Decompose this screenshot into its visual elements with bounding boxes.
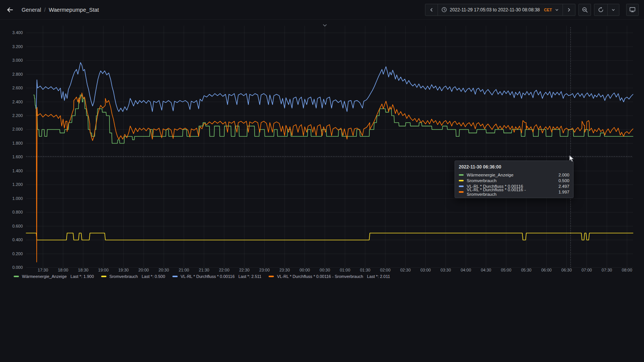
y-axis-tick-label: 0.200 bbox=[12, 251, 23, 256]
arrow-left-icon bbox=[6, 6, 14, 14]
kiosk-mode-button[interactable] bbox=[626, 4, 639, 16]
y-axis-tick-label: 1.400 bbox=[12, 169, 23, 173]
legend-last-value: Last *: 1.900 bbox=[70, 274, 94, 279]
monitor-icon bbox=[629, 6, 636, 13]
breadcrumb: General / Waermepumpe_Stat bbox=[22, 7, 99, 13]
x-axis-tick-label: 04:30 bbox=[481, 268, 491, 272]
chart-hover-tooltip: 2022-11-30 06:36:00 Wärmeenergie_Anzeige… bbox=[455, 161, 574, 198]
tooltip-series-value: 2.000 bbox=[558, 173, 569, 177]
x-axis-tick-label: 05:30 bbox=[521, 268, 531, 272]
y-axis-tick-label: 0.800 bbox=[12, 210, 23, 214]
time-shift-forward-button[interactable] bbox=[563, 4, 575, 16]
tooltip-series-value: 0.500 bbox=[558, 178, 569, 183]
zoom-out-icon bbox=[582, 7, 588, 13]
series-color-swatch bbox=[172, 276, 178, 277]
y-axis-tick-label: 2.200 bbox=[12, 113, 23, 118]
y-axis-tick-label: 3.000 bbox=[12, 58, 23, 62]
panel-menu-chevron-down-icon[interactable] bbox=[322, 22, 327, 29]
zoom-out-time-button[interactable] bbox=[578, 4, 591, 16]
legend-series-label[interactable]: Wärmeenergie_Anzeige bbox=[22, 274, 67, 279]
tooltip-series-label: Wärmeenergie_Anzeige bbox=[467, 173, 555, 177]
x-axis-tick-label: 18:00 bbox=[58, 268, 69, 272]
x-axis-tick-label: 19:30 bbox=[118, 268, 129, 272]
x-axis-tick-label: 05:00 bbox=[501, 268, 511, 272]
legend-last-value: Last *: 0.500 bbox=[142, 274, 165, 279]
series-color-swatch bbox=[101, 276, 106, 277]
legend-series-label[interactable]: VL-RL * Durchfluss * 0.00116 bbox=[181, 274, 234, 279]
series-color-swatch bbox=[14, 276, 19, 277]
series-color-swatch bbox=[459, 174, 464, 176]
chevron-down-icon bbox=[555, 8, 559, 12]
y-axis-tick-label: 1.800 bbox=[12, 141, 23, 145]
top-navigation-bar: General / Waermepumpe_Stat 2022-11-29 17… bbox=[0, 0, 644, 20]
time-range-text: 2022-11-29 17:05:03 to 2022-11-30 08:08:… bbox=[450, 7, 540, 12]
tooltip-timestamp: 2022-11-30 06:36:00 bbox=[459, 164, 569, 170]
breadcrumb-dashboard-title[interactable]: Waermepumpe_Stat bbox=[49, 7, 99, 13]
legend-item[interactable]: SromverbrauchLast *: 0.500 bbox=[101, 274, 165, 279]
back-button[interactable] bbox=[6, 6, 14, 14]
x-axis-tick-label: 06:30 bbox=[561, 268, 572, 272]
chevron-down-icon bbox=[611, 8, 616, 12]
grafana-dashboard: { "header": { "breadcrumb": { "folder": … bbox=[0, 0, 644, 362]
legend-item[interactable]: VL-RL * Durchfluss * 0.00116 - Sromverbr… bbox=[269, 274, 390, 279]
legend-item[interactable]: Wärmeenergie_AnzeigeLast *: 1.900 bbox=[14, 274, 94, 279]
tooltip-row: Sromverbrauch0.500 bbox=[459, 178, 569, 183]
time-range-picker-group: 2022-11-29 17:05:03 to 2022-11-30 08:08:… bbox=[425, 4, 575, 16]
tooltip-series-label: Sromverbrauch bbox=[467, 178, 555, 183]
x-axis-tick-label: 08:00 bbox=[622, 268, 632, 272]
tooltip-series-value: 1.997 bbox=[558, 190, 569, 194]
x-axis-tick-label: 22:30 bbox=[239, 268, 250, 272]
y-axis-tick-label: 1.200 bbox=[12, 182, 23, 187]
legend-series-label[interactable]: VL-RL * Durchfluss * 0.00116 - Sromverbr… bbox=[277, 274, 363, 279]
y-axis-tick-label: 0.400 bbox=[12, 237, 23, 242]
series-color-swatch bbox=[269, 276, 274, 277]
x-axis-tick-label: 06:00 bbox=[541, 268, 552, 272]
x-axis-tick-label: 07:00 bbox=[581, 268, 592, 272]
time-range-picker-button[interactable]: 2022-11-29 17:05:03 to 2022-11-30 08:08:… bbox=[438, 4, 563, 16]
axis-labels: 0.0000.2000.4000.6000.8001.0001.2001.400… bbox=[12, 30, 632, 272]
tooltip-row: Wärmeenergie_Anzeige2.000 bbox=[459, 172, 569, 178]
legend-last-value: Last *: 2.511 bbox=[238, 274, 261, 279]
y-axis-tick-label: 0.000 bbox=[12, 265, 23, 270]
series-line-sromverbrauch bbox=[26, 233, 633, 240]
chevron-right-icon bbox=[566, 7, 572, 12]
time-shift-back-button[interactable] bbox=[425, 4, 438, 16]
y-axis-tick-label: 2.000 bbox=[12, 127, 23, 131]
refresh-dashboard-button[interactable] bbox=[594, 4, 607, 16]
breadcrumb-folder[interactable]: General bbox=[22, 7, 41, 13]
legend-item[interactable]: VL-RL * Durchfluss * 0.00116Last *: 2.51… bbox=[172, 274, 261, 279]
x-axis-tick-label: 17:30 bbox=[38, 268, 48, 272]
series-color-swatch bbox=[459, 191, 464, 193]
x-axis-tick-label: 00:00 bbox=[300, 268, 310, 272]
x-axis-tick-label: 04:00 bbox=[461, 268, 471, 272]
x-axis-tick-label: 03:00 bbox=[420, 268, 431, 272]
x-axis-tick-label: 02:00 bbox=[380, 268, 391, 272]
y-axis-tick-label: 0.600 bbox=[12, 224, 23, 228]
x-axis-tick-label: 19:00 bbox=[98, 268, 109, 272]
x-axis-tick-label: 20:00 bbox=[138, 268, 149, 272]
clock-icon bbox=[441, 7, 447, 12]
x-axis-tick-label: 07:30 bbox=[602, 268, 612, 272]
breadcrumb-separator: / bbox=[44, 7, 46, 13]
x-axis-tick-label: 21:00 bbox=[179, 268, 189, 272]
y-axis-tick-label: 2.800 bbox=[12, 72, 23, 76]
refresh-icon bbox=[598, 7, 604, 13]
crosshair bbox=[26, 27, 633, 268]
y-axis-tick-label: 3.200 bbox=[12, 44, 23, 49]
tooltip-series-label: VL-RL * Durchfluss * 0.00116 - Sromverbr… bbox=[467, 187, 555, 197]
legend-last-value: Last *: 2.011 bbox=[367, 274, 390, 279]
tooltip-row: VL-RL * Durchfluss * 0.00116 - Sromverbr… bbox=[459, 189, 569, 195]
series-line-vl-rl-durchfluss-0-00116 bbox=[36, 62, 633, 112]
timeseries-panel-plot[interactable]: 0.0000.2000.4000.6000.8001.0001.2001.400… bbox=[0, 20, 644, 286]
chevron-left-icon bbox=[429, 7, 434, 12]
y-axis-tick-label: 1.000 bbox=[12, 196, 23, 201]
series-color-swatch bbox=[459, 180, 464, 181]
y-axis-tick-label: 2.600 bbox=[12, 86, 23, 90]
x-axis-tick-label: 00:30 bbox=[320, 268, 330, 272]
x-axis-tick-label: 20:30 bbox=[159, 268, 169, 272]
panel-legend: Wärmeenergie_AnzeigeLast *: 1.900Sromver… bbox=[14, 273, 390, 280]
refresh-interval-dropdown-button[interactable] bbox=[607, 4, 619, 16]
legend-series-label[interactable]: Sromverbrauch bbox=[109, 274, 138, 279]
x-axis-tick-label: 22:00 bbox=[219, 268, 230, 272]
y-axis-tick-label: 2.400 bbox=[12, 100, 23, 104]
